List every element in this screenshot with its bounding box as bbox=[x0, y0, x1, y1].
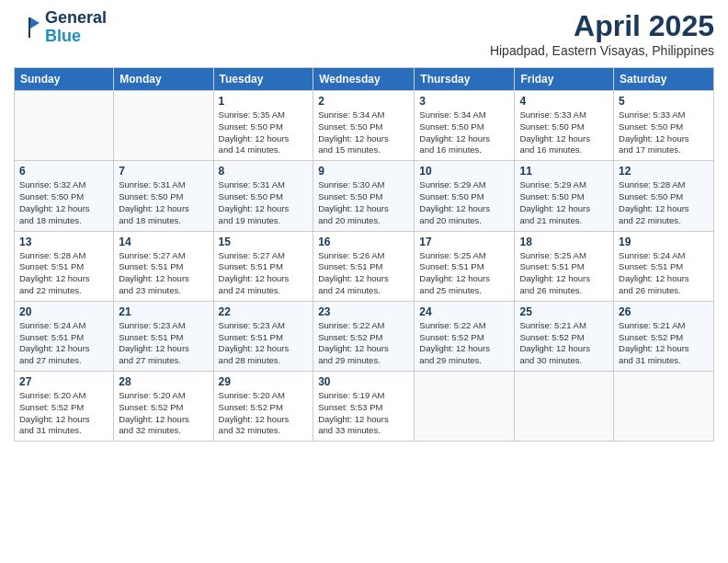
table-row: 27Sunrise: 5:20 AM Sunset: 5:52 PM Dayli… bbox=[15, 372, 114, 442]
table-row bbox=[614, 372, 714, 442]
week-row-2: 6Sunrise: 5:32 AM Sunset: 5:50 PM Daylig… bbox=[15, 161, 714, 231]
table-row: 16Sunrise: 5:26 AM Sunset: 5:51 PM Dayli… bbox=[313, 231, 415, 301]
header-monday: Monday bbox=[114, 68, 213, 91]
day-number: 8 bbox=[219, 165, 309, 178]
day-number: 23 bbox=[318, 305, 409, 318]
table-row: 22Sunrise: 5:23 AM Sunset: 5:51 PM Dayli… bbox=[213, 301, 313, 371]
week-row-4: 20Sunrise: 5:24 AM Sunset: 5:51 PM Dayli… bbox=[15, 301, 714, 371]
day-info: Sunrise: 5:25 AM Sunset: 5:51 PM Dayligh… bbox=[519, 250, 609, 297]
header-tuesday: Tuesday bbox=[213, 68, 313, 91]
table-row: 7Sunrise: 5:31 AM Sunset: 5:50 PM Daylig… bbox=[114, 161, 213, 231]
table-row: 4Sunrise: 5:33 AM Sunset: 5:50 PM Daylig… bbox=[515, 91, 614, 161]
table-row: 12Sunrise: 5:28 AM Sunset: 5:50 PM Dayli… bbox=[614, 161, 714, 231]
table-row bbox=[415, 372, 515, 442]
svg-rect-2 bbox=[28, 17, 30, 38]
day-number: 30 bbox=[318, 375, 409, 388]
header-wednesday: Wednesday bbox=[313, 68, 415, 91]
table-row: 6Sunrise: 5:32 AM Sunset: 5:50 PM Daylig… bbox=[15, 161, 114, 231]
header: General Blue April 2025 Hipadpad, Easter… bbox=[14, 9, 714, 58]
day-number: 20 bbox=[19, 305, 108, 318]
day-info: Sunrise: 5:20 AM Sunset: 5:52 PM Dayligh… bbox=[119, 390, 208, 437]
day-number: 29 bbox=[219, 375, 309, 388]
table-row: 25Sunrise: 5:21 AM Sunset: 5:52 PM Dayli… bbox=[515, 301, 614, 371]
day-info: Sunrise: 5:27 AM Sunset: 5:51 PM Dayligh… bbox=[119, 250, 208, 297]
table-row bbox=[15, 91, 114, 161]
day-number: 11 bbox=[519, 165, 609, 178]
day-number: 21 bbox=[119, 305, 208, 318]
day-info: Sunrise: 5:27 AM Sunset: 5:51 PM Dayligh… bbox=[219, 250, 309, 297]
table-row: 18Sunrise: 5:25 AM Sunset: 5:51 PM Dayli… bbox=[515, 231, 614, 301]
day-number: 2 bbox=[318, 95, 409, 108]
day-info: Sunrise: 5:32 AM Sunset: 5:50 PM Dayligh… bbox=[19, 179, 108, 226]
day-info: Sunrise: 5:19 AM Sunset: 5:53 PM Dayligh… bbox=[318, 390, 409, 437]
day-info: Sunrise: 5:25 AM Sunset: 5:51 PM Dayligh… bbox=[419, 250, 509, 297]
day-number: 13 bbox=[19, 236, 108, 248]
day-number: 18 bbox=[519, 236, 609, 248]
table-row: 3Sunrise: 5:34 AM Sunset: 5:50 PM Daylig… bbox=[415, 91, 515, 161]
day-number: 26 bbox=[619, 305, 709, 318]
day-info: Sunrise: 5:20 AM Sunset: 5:52 PM Dayligh… bbox=[19, 390, 108, 437]
day-info: Sunrise: 5:21 AM Sunset: 5:52 PM Dayligh… bbox=[619, 320, 709, 367]
day-number: 5 bbox=[619, 95, 709, 108]
day-info: Sunrise: 5:33 AM Sunset: 5:50 PM Dayligh… bbox=[619, 109, 709, 156]
day-number: 10 bbox=[419, 165, 509, 178]
day-info: Sunrise: 5:35 AM Sunset: 5:50 PM Dayligh… bbox=[219, 109, 309, 156]
table-row: 14Sunrise: 5:27 AM Sunset: 5:51 PM Dayli… bbox=[114, 231, 213, 301]
day-info: Sunrise: 5:22 AM Sunset: 5:52 PM Dayligh… bbox=[318, 320, 409, 367]
day-info: Sunrise: 5:29 AM Sunset: 5:50 PM Dayligh… bbox=[519, 179, 609, 226]
table-row: 29Sunrise: 5:20 AM Sunset: 5:52 PM Dayli… bbox=[213, 372, 313, 442]
table-row: 1Sunrise: 5:35 AM Sunset: 5:50 PM Daylig… bbox=[213, 91, 313, 161]
table-row bbox=[114, 91, 213, 161]
week-row-3: 13Sunrise: 5:28 AM Sunset: 5:51 PM Dayli… bbox=[15, 231, 714, 301]
day-number: 27 bbox=[19, 375, 108, 388]
day-number: 16 bbox=[318, 236, 409, 248]
table-row: 2Sunrise: 5:34 AM Sunset: 5:50 PM Daylig… bbox=[313, 91, 415, 161]
day-number: 19 bbox=[619, 236, 709, 248]
day-info: Sunrise: 5:34 AM Sunset: 5:50 PM Dayligh… bbox=[419, 109, 509, 156]
table-row: 30Sunrise: 5:19 AM Sunset: 5:53 PM Dayli… bbox=[313, 372, 415, 442]
table-row: 23Sunrise: 5:22 AM Sunset: 5:52 PM Dayli… bbox=[313, 301, 415, 371]
calendar-title: April 2025 bbox=[490, 9, 714, 43]
day-info: Sunrise: 5:20 AM Sunset: 5:52 PM Dayligh… bbox=[219, 390, 309, 437]
day-info: Sunrise: 5:26 AM Sunset: 5:51 PM Dayligh… bbox=[318, 250, 409, 297]
svg-rect-0 bbox=[14, 14, 41, 41]
table-row: 17Sunrise: 5:25 AM Sunset: 5:51 PM Dayli… bbox=[415, 231, 515, 301]
week-row-5: 27Sunrise: 5:20 AM Sunset: 5:52 PM Dayli… bbox=[15, 372, 714, 442]
day-number: 6 bbox=[19, 165, 108, 178]
calendar-table: Sunday Monday Tuesday Wednesday Thursday… bbox=[14, 67, 714, 442]
header-thursday: Thursday bbox=[415, 68, 515, 91]
day-number: 12 bbox=[619, 165, 709, 178]
day-info: Sunrise: 5:33 AM Sunset: 5:50 PM Dayligh… bbox=[519, 109, 609, 156]
logo-icon bbox=[14, 14, 41, 41]
header-friday: Friday bbox=[515, 68, 614, 91]
day-number: 7 bbox=[119, 165, 208, 178]
day-number: 15 bbox=[219, 236, 309, 248]
title-block: April 2025 Hipadpad, Eastern Visayas, Ph… bbox=[490, 9, 714, 58]
day-number: 1 bbox=[219, 95, 309, 108]
table-row: 24Sunrise: 5:22 AM Sunset: 5:52 PM Dayli… bbox=[415, 301, 515, 371]
table-row: 9Sunrise: 5:30 AM Sunset: 5:50 PM Daylig… bbox=[313, 161, 415, 231]
day-info: Sunrise: 5:30 AM Sunset: 5:50 PM Dayligh… bbox=[318, 179, 409, 226]
day-number: 3 bbox=[419, 95, 509, 108]
table-row: 20Sunrise: 5:24 AM Sunset: 5:51 PM Dayli… bbox=[15, 301, 114, 371]
day-info: Sunrise: 5:22 AM Sunset: 5:52 PM Dayligh… bbox=[419, 320, 509, 367]
day-number: 22 bbox=[219, 305, 309, 318]
calendar-subtitle: Hipadpad, Eastern Visayas, Philippines bbox=[490, 43, 714, 58]
week-row-1: 1Sunrise: 5:35 AM Sunset: 5:50 PM Daylig… bbox=[15, 91, 714, 161]
table-row bbox=[515, 372, 614, 442]
day-number: 28 bbox=[119, 375, 208, 388]
table-row: 28Sunrise: 5:20 AM Sunset: 5:52 PM Dayli… bbox=[114, 372, 213, 442]
table-row: 11Sunrise: 5:29 AM Sunset: 5:50 PM Dayli… bbox=[515, 161, 614, 231]
table-row: 10Sunrise: 5:29 AM Sunset: 5:50 PM Dayli… bbox=[415, 161, 515, 231]
header-saturday: Saturday bbox=[614, 68, 714, 91]
table-row: 26Sunrise: 5:21 AM Sunset: 5:52 PM Dayli… bbox=[614, 301, 714, 371]
day-info: Sunrise: 5:34 AM Sunset: 5:50 PM Dayligh… bbox=[318, 109, 409, 156]
day-number: 4 bbox=[519, 95, 609, 108]
table-row: 13Sunrise: 5:28 AM Sunset: 5:51 PM Dayli… bbox=[15, 231, 114, 301]
day-info: Sunrise: 5:28 AM Sunset: 5:50 PM Dayligh… bbox=[619, 179, 709, 226]
day-info: Sunrise: 5:28 AM Sunset: 5:51 PM Dayligh… bbox=[19, 250, 108, 297]
table-row: 15Sunrise: 5:27 AM Sunset: 5:51 PM Dayli… bbox=[213, 231, 313, 301]
day-number: 24 bbox=[419, 305, 509, 318]
day-number: 25 bbox=[519, 305, 609, 318]
day-info: Sunrise: 5:23 AM Sunset: 5:51 PM Dayligh… bbox=[219, 320, 309, 367]
